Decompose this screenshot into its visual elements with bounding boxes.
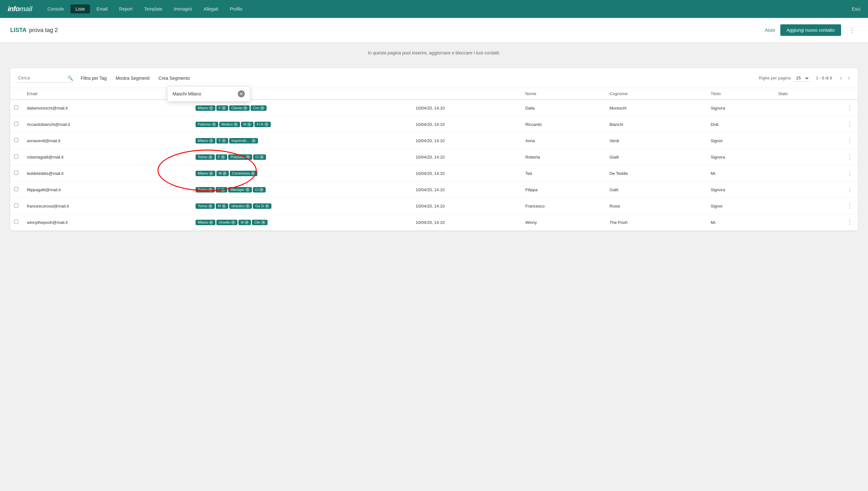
tag-remove-icon[interactable]: × bbox=[265, 122, 269, 126]
tag-pill: Manager× bbox=[228, 187, 252, 193]
row-email: annaverdi@mail.it bbox=[23, 133, 192, 149]
add-contact-button[interactable]: Aggiungi nuovo contatto bbox=[780, 24, 841, 36]
row-actions-button[interactable]: ⋮ bbox=[846, 185, 854, 195]
nav-template[interactable]: Template bbox=[139, 4, 167, 13]
row-actions-button[interactable]: ⋮ bbox=[846, 103, 854, 113]
row-checkbox[interactable] bbox=[14, 171, 18, 175]
row-tags: Palermo×Medico×M×Fi N× bbox=[192, 116, 412, 133]
tag-pill: Imprenditrice× bbox=[229, 138, 258, 143]
row-actions-cell: ⋮ bbox=[842, 165, 858, 182]
tag-remove-icon[interactable]: × bbox=[209, 220, 213, 225]
segment-item-label: Maschi Milano bbox=[173, 91, 201, 96]
row-checkbox-cell bbox=[10, 214, 23, 231]
tag-remove-icon[interactable]: × bbox=[245, 220, 249, 225]
tag-remove-icon[interactable]: × bbox=[222, 106, 226, 110]
row-actions-button[interactable]: ⋮ bbox=[846, 136, 854, 145]
row-actions-button[interactable]: ⋮ bbox=[846, 218, 854, 227]
tag-remove-icon[interactable]: × bbox=[246, 188, 250, 192]
tag-remove-icon[interactable]: × bbox=[234, 122, 238, 126]
nav-liste[interactable]: Liste bbox=[70, 4, 90, 13]
table-header-row: Email Tag Nome Cognome Titolo Stato bbox=[10, 88, 858, 99]
row-actions-cell: ⋮ bbox=[842, 116, 858, 133]
prev-page-button[interactable]: ‹ bbox=[839, 74, 843, 82]
tag-remove-icon[interactable]: × bbox=[243, 106, 247, 110]
contacts-table: Email Tag Nome Cognome Titolo Stato dali… bbox=[10, 88, 858, 231]
row-checkbox-cell bbox=[10, 182, 23, 198]
row-checkbox[interactable] bbox=[14, 220, 18, 224]
nav-allegati[interactable]: Allegati bbox=[198, 4, 223, 13]
help-link[interactable]: Aiuto bbox=[765, 28, 775, 33]
col-header-stato[interactable]: Stato bbox=[774, 88, 842, 99]
tag-remove-icon[interactable]: × bbox=[222, 171, 226, 175]
tag-remove-icon[interactable]: × bbox=[221, 188, 225, 192]
mostra-segmenti-button[interactable]: Mostra Segmenti bbox=[113, 74, 152, 82]
rows-per-page-label: Righe per pagina: bbox=[759, 76, 792, 80]
tag-remove-icon[interactable]: × bbox=[209, 171, 213, 175]
segment-close-button[interactable]: ✕ bbox=[238, 90, 245, 97]
tag-pill: F× bbox=[216, 154, 227, 160]
row-email: winnythepooh@mail.it bbox=[23, 214, 192, 231]
row-cognome: Moreschi bbox=[606, 99, 707, 116]
tag-remove-icon[interactable]: × bbox=[247, 122, 251, 126]
more-options-icon[interactable]: ⋮ bbox=[846, 25, 858, 35]
row-checkbox[interactable] bbox=[14, 187, 18, 191]
col-header-cognome[interactable]: Cognome bbox=[606, 88, 707, 99]
tag-remove-icon[interactable]: × bbox=[208, 204, 213, 208]
row-nome: Dalia bbox=[521, 99, 606, 116]
tag-remove-icon[interactable]: × bbox=[259, 155, 264, 159]
tag-pill: Orsetto× bbox=[216, 220, 238, 225]
row-checkbox[interactable] bbox=[14, 105, 18, 110]
row-date: 10/04/20, 14:10 bbox=[412, 133, 521, 149]
tag-remove-icon[interactable]: × bbox=[208, 155, 213, 159]
row-actions-button[interactable]: ⋮ bbox=[846, 201, 854, 211]
row-checkbox[interactable] bbox=[14, 154, 18, 158]
nav-report[interactable]: Report bbox=[114, 4, 137, 13]
tag-remove-icon[interactable]: × bbox=[231, 220, 235, 225]
tag-pill: F× bbox=[216, 187, 227, 193]
tag-pill: Ga Si× bbox=[253, 203, 271, 209]
tag-remove-icon[interactable]: × bbox=[265, 204, 269, 208]
nav-profilo[interactable]: Profilo bbox=[225, 4, 248, 13]
row-actions-button[interactable]: ⋮ bbox=[846, 119, 854, 129]
tag-remove-icon[interactable]: × bbox=[246, 155, 250, 159]
row-checkbox[interactable] bbox=[14, 138, 18, 142]
row-tags: Milano×F×Imprenditrice× bbox=[192, 133, 412, 149]
tag-remove-icon[interactable]: × bbox=[222, 139, 226, 143]
row-checkbox[interactable] bbox=[14, 122, 18, 126]
row-actions-button[interactable]: ⋮ bbox=[846, 169, 854, 178]
tag-remove-icon[interactable]: × bbox=[209, 139, 213, 143]
tag-remove-icon[interactable]: × bbox=[222, 204, 226, 208]
filter-tag-button[interactable]: Filtra per Tag bbox=[78, 74, 109, 82]
row-actions-button[interactable]: ⋮ bbox=[846, 152, 854, 162]
nav-email[interactable]: Email bbox=[91, 4, 113, 13]
tag-remove-icon[interactable]: × bbox=[251, 171, 255, 175]
col-header-email[interactable]: Email bbox=[23, 88, 192, 99]
tag-remove-icon[interactable]: × bbox=[209, 106, 213, 110]
tag-pill: M× bbox=[216, 171, 229, 176]
tag-pill: Cliente× bbox=[229, 105, 250, 111]
tag-remove-icon[interactable]: × bbox=[259, 188, 264, 192]
tag-remove-icon[interactable]: × bbox=[208, 188, 213, 192]
exit-button[interactable]: Esci bbox=[852, 6, 860, 11]
tag-remove-icon[interactable]: × bbox=[221, 155, 225, 159]
tag-remove-icon[interactable]: × bbox=[252, 139, 256, 143]
row-checkbox[interactable] bbox=[14, 203, 18, 207]
col-header-nome[interactable]: Nome bbox=[521, 88, 606, 99]
crea-segmento-button[interactable]: Crea Segmento bbox=[156, 74, 192, 82]
rows-per-page-select[interactable]: 25 50 100 bbox=[794, 75, 809, 82]
search-input[interactable] bbox=[17, 73, 74, 83]
row-checkbox-cell bbox=[10, 99, 23, 116]
tag-pill: Fi N× bbox=[254, 122, 271, 127]
row-date: 10/04/20, 14:10 bbox=[412, 149, 521, 165]
tag-remove-icon[interactable]: × bbox=[261, 220, 265, 225]
tag-remove-icon[interactable]: × bbox=[260, 106, 265, 110]
next-page-button[interactable]: › bbox=[847, 74, 851, 82]
nav-immagini[interactable]: Immagini bbox=[169, 4, 197, 13]
row-cognome: The Pooh bbox=[606, 214, 707, 231]
nav-console[interactable]: Console bbox=[42, 4, 69, 13]
col-header-titolo[interactable]: Titolo bbox=[707, 88, 775, 99]
tag-remove-icon[interactable]: × bbox=[246, 204, 250, 208]
tag-pill: Poliziotta× bbox=[228, 154, 252, 160]
row-actions-cell: ⋮ bbox=[842, 198, 858, 214]
tag-remove-icon[interactable]: × bbox=[212, 122, 216, 126]
